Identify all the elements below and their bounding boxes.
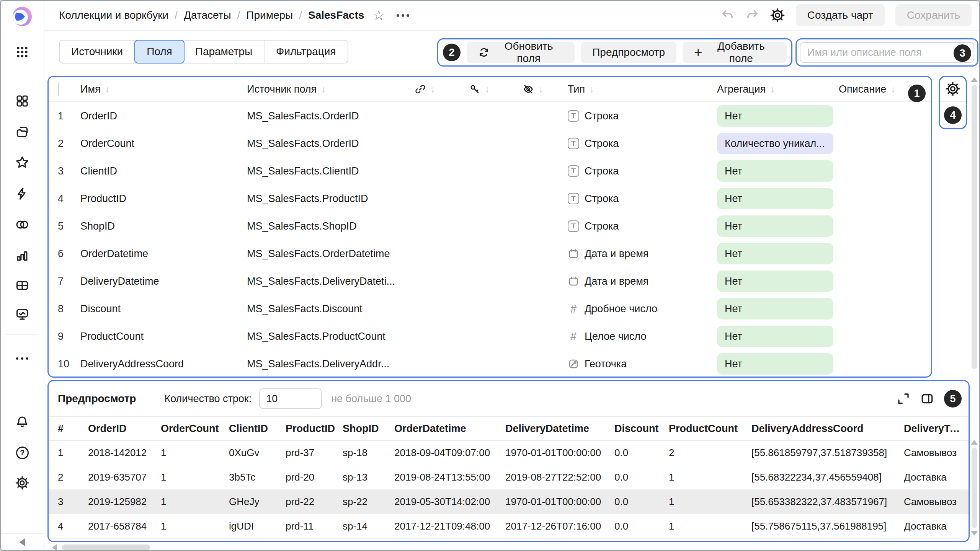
field-search-input[interactable] <box>800 42 974 63</box>
tab-filtering[interactable]: Фильтрация <box>265 41 347 63</box>
column-header-link[interactable]: ↓ <box>415 83 469 95</box>
column-header-name[interactable]: Имя ↓ <box>80 83 247 95</box>
collapse-sidebar-icon[interactable] <box>1 538 44 546</box>
preview-cell: 2017-12-21T09:48:00 <box>394 520 505 532</box>
column-header-key[interactable]: ↓ <box>469 83 523 95</box>
fields-scrollbar[interactable] <box>971 77 978 378</box>
preview-col-shopid: ShopID <box>343 423 394 435</box>
more-menu-icon[interactable] <box>397 14 409 17</box>
column-header-aggregation[interactable]: Агрегация ↓ <box>717 83 839 95</box>
undo-icon[interactable] <box>721 8 735 22</box>
settings-gear-icon[interactable] <box>1 476 44 490</box>
expand-preview-icon[interactable] <box>897 392 910 406</box>
aggregation-select[interactable]: Количество уникал... <box>717 133 833 154</box>
preview-cell: 2019-08-24T13:55:00 <box>394 471 505 483</box>
create-chart-button[interactable]: Создать чарт <box>796 4 885 26</box>
apps-grid-icon[interactable] <box>1 45 44 59</box>
preview-row[interactable]: 1 2018-142012 1 0XuGv prd-37 sp-18 2018-… <box>49 441 969 465</box>
more-icon[interactable] <box>1 351 44 366</box>
preview-cell: 1 <box>58 447 88 459</box>
redo-icon[interactable] <box>745 8 759 22</box>
table-settings-gear-icon[interactable] <box>945 81 960 96</box>
field-row-number: 6 <box>58 248 80 260</box>
refresh-fields-button[interactable]: Обновить поля <box>467 42 575 63</box>
preview-horizontal-scrollbar[interactable] <box>52 544 150 551</box>
annotation-badge-2: 2 <box>443 44 461 61</box>
sort-icon[interactable]: ↓ <box>590 85 594 94</box>
datasets-icon[interactable] <box>1 217 44 232</box>
favorite-star-icon[interactable]: ☆ <box>372 8 385 22</box>
field-row[interactable]: 7 DeliveryDatetime MS_SalesFacts.Deliver… <box>49 267 931 295</box>
dashboards-icon[interactable] <box>1 278 44 293</box>
field-row-number: 4 <box>58 193 80 205</box>
preview-row[interactable]: 4 2017-658784 1 igUDI prd-11 sp-14 2017-… <box>49 514 969 539</box>
notifications-bell-icon[interactable] <box>1 415 44 430</box>
aggregation-select[interactable]: Нет <box>717 243 833 264</box>
preview-cell: sp-18 <box>343 447 394 459</box>
field-type-label: Строка <box>585 110 619 122</box>
column-header-source[interactable]: Источник поля ↓ <box>247 83 415 95</box>
aggregation-select[interactable]: Нет <box>717 188 833 209</box>
sort-icon[interactable]: ↓ <box>891 85 895 94</box>
aggregation-select[interactable]: Нет <box>717 215 833 237</box>
field-name: DeliveryDatetime <box>80 276 247 287</box>
sort-icon[interactable]: ↓ <box>485 85 490 94</box>
preview-cell: GHeJy <box>229 496 286 508</box>
horizontal-scroll-thumb[interactable] <box>62 544 150 551</box>
field-source: MS_SalesFacts.DeliveryAddr... <box>247 358 415 370</box>
charts-icon[interactable] <box>1 248 44 263</box>
breadcrumb-collections[interactable]: Коллекции и воркбуки <box>59 9 168 21</box>
scroll-left-arrow-icon[interactable] <box>52 544 57 551</box>
preview-cell: 2017-658784 <box>88 520 161 532</box>
preview-toggle-button[interactable]: Предпросмотр <box>581 42 676 63</box>
column-header-hidden[interactable]: ↓ <box>523 83 568 95</box>
collections-icon[interactable] <box>1 94 44 108</box>
editor-monitor-icon[interactable] <box>1 307 44 321</box>
help-icon[interactable]: ? <box>1 447 44 459</box>
field-row[interactable]: 5 ShopID MS_SalesFacts.ShopID T # <box>49 212 931 240</box>
field-row[interactable]: 2 OrderCount MS_SalesFacts.OrderID T # <box>49 130 931 157</box>
field-row[interactable]: 6 OrderDatetime MS_SalesFacts.OrderDatet… <box>49 240 931 267</box>
column-header-type[interactable]: Тип ↓ <box>568 83 717 95</box>
connections-icon[interactable] <box>1 186 44 201</box>
datalens-logo[interactable] <box>11 5 33 28</box>
add-field-button[interactable]: + Добавить поле <box>683 42 787 63</box>
tab-sources[interactable]: Источники <box>60 41 135 63</box>
sort-icon[interactable]: ↓ <box>321 85 326 94</box>
preview-row[interactable]: 2 2019-635707 1 3b5Tc prd-20 sp-13 2019-… <box>49 465 969 490</box>
breadcrumb-examples[interactable]: Примеры <box>246 9 293 21</box>
favorites-star-icon[interactable] <box>1 155 44 170</box>
field-row[interactable]: 1 OrderID MS_SalesFacts.OrderID T # <box>49 102 931 130</box>
field-row[interactable]: 9 ProductCount MS_SalesFacts.ProductCoun… <box>49 323 931 350</box>
preview-layout-icon[interactable] <box>920 392 934 406</box>
save-button[interactable]: Сохранить <box>895 4 972 26</box>
aggregation-select[interactable]: Нет <box>717 326 833 347</box>
sort-icon[interactable]: ↓ <box>539 85 543 94</box>
breadcrumb-datasets[interactable]: Датасеты <box>184 9 231 21</box>
preview-row[interactable]: 3 2019-125982 1 GHeJy prd-22 sp-22 2019-… <box>49 490 969 514</box>
field-row[interactable]: 4 ProductID MS_SalesFacts.ProductID T # <box>49 185 931 212</box>
aggregation-select[interactable]: Нет <box>717 353 833 375</box>
preview-cell: Доставка <box>904 471 969 483</box>
workbooks-icon[interactable] <box>1 125 44 139</box>
sort-icon[interactable]: ↓ <box>770 85 775 94</box>
preview-scrollbar[interactable] <box>971 440 978 544</box>
aggregation-select[interactable]: Нет <box>717 271 833 292</box>
tab-fields[interactable]: Поля <box>134 40 185 64</box>
field-row[interactable]: 10 DeliveryAddressCoord MS_SalesFacts.De… <box>49 350 931 378</box>
row-count-input[interactable] <box>259 388 322 409</box>
aggregation-select[interactable]: Нет <box>717 105 833 127</box>
top-bar: Коллекции и воркбуки / Датасеты / Пример… <box>44 1 980 31</box>
select-all-checkbox[interactable] <box>58 83 59 96</box>
preview-cell: 0.0 <box>614 520 669 532</box>
dataset-settings-gear-icon[interactable] <box>770 8 785 23</box>
preview-cell: 4 <box>58 520 88 532</box>
aggregation-select[interactable]: Нет <box>717 298 833 320</box>
aggregation-select[interactable]: Нет <box>717 160 833 182</box>
sort-icon[interactable]: ↓ <box>431 85 435 94</box>
field-row[interactable]: 8 Discount MS_SalesFacts.Discount T # <box>49 295 931 323</box>
sort-icon[interactable]: ↓ <box>105 85 110 94</box>
type-column-label: Тип <box>568 83 585 95</box>
tab-parameters[interactable]: Параметры <box>184 41 265 63</box>
field-row[interactable]: 3 ClientID MS_SalesFacts.ClientID T # <box>49 157 931 185</box>
